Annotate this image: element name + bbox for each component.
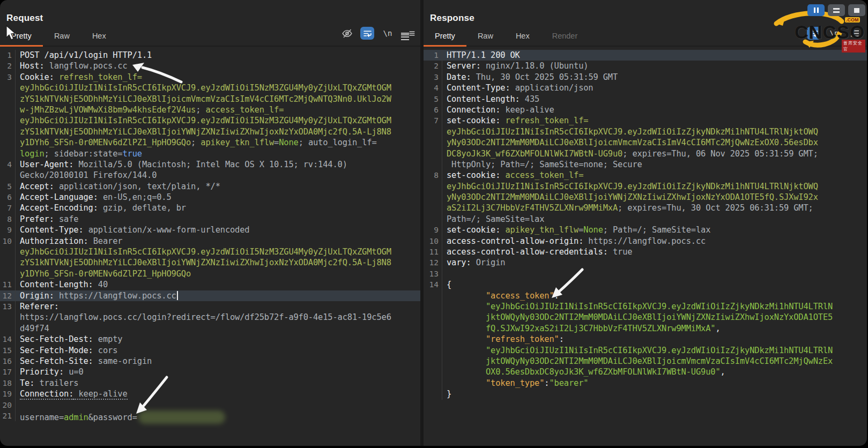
code-line[interactable]: 3Date: Thu, 30 Oct 2025 05:31:59 GMT	[424, 72, 867, 83]
code-line[interactable]: y1DYh6_SFSn-0r0MENv6dZlPZ1_HpHO9GQo; api…	[0, 137, 420, 148]
code-line[interactable]: 17Priority: u=0	[0, 367, 420, 377]
line-number	[0, 257, 16, 268]
show-newlines-toggle[interactable]: \n	[827, 27, 841, 40]
code-line[interactable]: 11Content-Length: 40	[0, 279, 420, 290]
editor-menu-icon[interactable]	[848, 27, 862, 40]
code-line[interactable]: 7set-cookie: refresh_token_lf=	[424, 115, 867, 126]
code-line[interactable]: 5Content-Length: 435	[424, 94, 867, 104]
line-number: 6	[424, 104, 442, 115]
code-line[interactable]: 9set-cookie: apikey_tkn_lflw=None; Path=…	[424, 225, 867, 235]
code-line[interactable]: fQ.SJXwI92xaS2iI2Lj3C7HbbVzF4THV5ZLXNrw9…	[424, 323, 867, 334]
code-line[interactable]: zYS1kNTVkNjE5ODhhMzYiLCJ0eXBlIjoiYWNjZXN…	[0, 126, 420, 137]
code-line[interactable]: 5Accept: application/json, text/plain, *…	[0, 181, 420, 192]
line-number: 12	[424, 257, 442, 268]
line-number: 18	[0, 378, 16, 389]
code-line[interactable]: eyJhbGciOiJIUzI1NiIsInR5cCI6IkpXVCJ9.eyJ…	[0, 247, 420, 257]
code-line[interactable]: Gecko/20100101 Firefox/144.0	[0, 170, 420, 181]
code-line[interactable]: jktOWQyNy03ODc2NTI2MmM0MDAiLCJ0eXBlIjoic…	[424, 356, 867, 367]
hide-nonprintable-icon[interactable]	[340, 27, 354, 40]
tab-response-raw[interactable]: Raw	[466, 27, 505, 47]
code-line[interactable]: }	[424, 389, 867, 399]
code-line[interactable]: login; sidebar:state=true	[0, 148, 420, 159]
code-line[interactable]: d49f74	[0, 323, 420, 334]
code-line[interactable]: 2Host: langflow.pocs.cc	[0, 61, 420, 71]
code-line[interactable]: 12Origin: https://langflow.pocs.cc	[0, 290, 420, 301]
code-line[interactable]: 1POST /api/v1/login HTTP/1.1	[0, 50, 420, 61]
code-line[interactable]: 4User-Agent: Mozilla/5.0 (Macintosh; Int…	[0, 159, 420, 170]
line-number	[0, 94, 16, 104]
code-line[interactable]: 13	[424, 268, 867, 279]
code-line[interactable]: "token_type":"bearer"	[424, 378, 867, 389]
line-number: 6	[0, 192, 16, 203]
code-line[interactable]: 18Te: trailers	[0, 378, 420, 389]
code-line[interactable]: aS2iI2Lj3C7HbbVzF4THV5ZLXNrw9MMiMxA; exp…	[424, 203, 867, 213]
word-wrap-toggle[interactable]	[807, 27, 821, 40]
line-number: 1	[0, 50, 16, 61]
code-line[interactable]: eyJhbGciOiJIUzI1NiIsInR5cCI6IkpXVCJ9.eyJ…	[0, 115, 420, 126]
code-line[interactable]: 10access-control-allow-origin: https://l…	[424, 236, 867, 247]
code-line[interactable]: 8set-cookie: access_token_lf=	[424, 170, 867, 181]
request-editor[interactable]: 1POST /api/v1/login HTTP/1.12Host: langf…	[0, 47, 420, 421]
code-line[interactable]: 2Server: nginx/1.18.0 (Ubuntu)	[424, 61, 867, 71]
tab-response-hex[interactable]: Hex	[505, 27, 541, 47]
code-line[interactable]: yNy03ODc2NTI2MmM0MDAiLCJ0eXBlIjoiYWNjZXN…	[424, 192, 867, 203]
code-line[interactable]: 9Content-Type: application/x-www-form-ur…	[0, 225, 420, 235]
response-viewer[interactable]: 1HTTP/1.1 200 OK2Server: nginx/1.18.0 (U…	[424, 47, 867, 400]
code-line[interactable]: 10Authorization: Bearer	[0, 236, 420, 247]
code-line[interactable]: OX0.56esDbxDC8yoJk3K_wf6ZXbMFOLNlWkI7WBt…	[424, 367, 867, 377]
code-line[interactable]: DC8yoJk3K_wf6ZXbMFOLNlWkI7WBtN-UG9u0; ex…	[424, 148, 867, 159]
code-line[interactable]: 6Accept-Language: en-US,en;q=0.5	[0, 192, 420, 203]
code-line[interactable]: eyJhbGciOiJIUzI1NiIsInR5cCI6IkpXVCJ9.eyJ…	[424, 181, 867, 192]
code-line[interactable]: 7Accept-Encoding: gzip, deflate, br	[0, 203, 420, 213]
code-line[interactable]: 8Prefer: safe	[0, 214, 420, 225]
code-line[interactable]: 21username=admin&password=	[0, 410, 420, 421]
columns-layout-button[interactable]	[807, 4, 825, 16]
code-line[interactable]: y1DYh6_SFSn-0r0MENv6dZlPZ1_HpHO9GQo	[0, 268, 420, 279]
code-line[interactable]: eyJhbGciOiJIUzI1NiIsInR5cCI6IkpXVCJ9.eyJ…	[0, 83, 420, 93]
code-line[interactable]: eyJhbGciOiJIUzI1NiIsInR5cCI6IkpXVCJ9.eyJ…	[424, 126, 867, 137]
code-text: Prefer: safe	[20, 214, 420, 225]
code-line[interactable]: 6Connection: keep-alive	[424, 104, 867, 115]
line-number: 10	[424, 236, 442, 247]
request-tabbar: PrettyRawHex \n	[0, 26, 420, 47]
code-line[interactable]: 15Sec-Fetch-Mode: cors	[0, 345, 420, 356]
code-line[interactable]: w-jMhZBzwLjVOWMwXi8bm9w4khsEdef2V4us; ac…	[0, 104, 420, 115]
show-newlines-toggle[interactable]: \n	[381, 27, 395, 40]
code-line[interactable]: HttpOnly; Path=/; SameSite=none; Secure	[424, 159, 867, 170]
code-line[interactable]: yNy03ODc2NTI2MmM0MDAiLCJ0eXBlIjoicmVmcmV…	[424, 137, 867, 148]
code-line[interactable]: zYS1kNTVkNjE5ODhhMzYiLCJ0eXBlIjoicmVmcmV…	[0, 94, 420, 104]
rows-layout-button[interactable]	[828, 4, 845, 16]
line-number: 9	[424, 225, 442, 235]
code-line[interactable]: 16Sec-Fetch-Site: same-origin	[0, 356, 420, 367]
tab-response-pretty[interactable]: Pretty	[424, 27, 466, 47]
code-text: Content-Length: 40	[20, 279, 420, 290]
code-line[interactable]: Path=/; SameSite=lax	[424, 214, 867, 225]
code-line[interactable]: zYS1kNTVkNjE5ODhhMzYiLCJ0eXBlIjoiYWNjZXN…	[0, 257, 420, 268]
code-line[interactable]: 3Cookie: refresh_token_lf=	[0, 72, 420, 83]
code-text: set-cookie: access_token_lf=	[447, 170, 867, 181]
code-line[interactable]: "access_token":	[424, 290, 867, 301]
code-line[interactable]: "eyJhbGciOiJIUzI1NiIsInR5cCI6IkpXVCJ9.ey…	[424, 345, 867, 356]
line-number	[424, 312, 442, 323]
code-line[interactable]: jktOWQyNy03ODc2NTI2MmM0MDAiLCJ0eXBlIjoiY…	[424, 312, 867, 323]
line-number	[424, 301, 442, 312]
code-line[interactable]: 12vary: Origin	[424, 257, 867, 268]
code-line[interactable]: 11access-control-allow-credentials: true	[424, 247, 867, 257]
code-line[interactable]: "eyJhbGciOiJIUzI1NiIsInR5cCI6IkpXVCJ9.ey…	[424, 301, 867, 312]
tab-request-pretty[interactable]: Pretty	[0, 27, 43, 47]
editor-menu-icon[interactable]	[401, 27, 415, 40]
code-line[interactable]: 1HTTP/1.1 200 OK	[424, 50, 867, 61]
code-line[interactable]: 19Connection: keep-alive	[0, 389, 420, 399]
code-line[interactable]: "refresh_token":	[424, 334, 867, 345]
word-wrap-toggle[interactable]	[360, 27, 374, 40]
code-text: jktOWQyNy03ODc2NTI2MmM0MDAiLCJ0eXBlIjoiY…	[447, 312, 867, 323]
code-line[interactable]: 20	[0, 400, 420, 410]
code-line[interactable]: 4Content-Type: application/json	[424, 83, 867, 93]
tab-request-raw[interactable]: Raw	[43, 27, 81, 47]
code-line[interactable]: 14{	[424, 279, 867, 290]
single-view-layout-button[interactable]	[848, 4, 865, 16]
code-line[interactable]: 14Sec-Fetch-Dest: empty	[0, 334, 420, 345]
code-line[interactable]: https://langflow.pocs.cc/login?redirect=…	[0, 312, 420, 323]
code-line[interactable]: 13Referer:	[0, 301, 420, 312]
tab-request-hex[interactable]: Hex	[81, 27, 117, 47]
